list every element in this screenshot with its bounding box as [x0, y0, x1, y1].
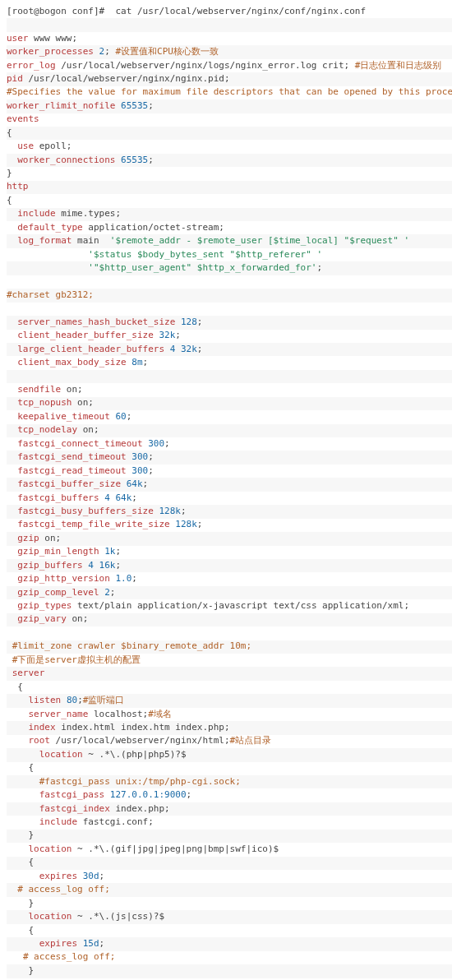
token-plain: [root@bogon conf]# cat /usr/local/webser…	[7, 6, 366, 16]
token-kw: gzip_types	[17, 600, 71, 611]
token-plain: ;	[197, 344, 203, 354]
token-plain: ;	[104, 46, 115, 57]
token-plain: }	[7, 898, 34, 908]
token-plain: www www;	[29, 33, 78, 44]
token-plain: index.html index.htm index.php;	[56, 722, 230, 733]
token-plain: {	[7, 762, 34, 773]
token-num: 1.0	[115, 573, 131, 584]
token-plain: main	[71, 235, 109, 246]
token-kw: worker_processes	[7, 46, 94, 57]
token-kw: worker_rlimit_nofile	[7, 100, 115, 111]
token-kw: fastcgi_busy_buffers_size	[17, 506, 154, 516]
token-plain: }	[7, 168, 12, 178]
token-cmt: #charset gb2312;	[7, 289, 94, 300]
code-line: location ~ .*\.(js|css)?$	[7, 910, 452, 923]
token-plain	[7, 141, 17, 151]
token-kw: worker_connections	[17, 155, 115, 165]
token-num: 8m	[131, 357, 142, 368]
code-line: #limit_zone crawler $binary_remote_addr …	[7, 640, 452, 654]
token-plain: ;	[115, 546, 121, 557]
token-plain: localhost;	[88, 709, 148, 719]
code-line: events	[7, 113, 452, 127]
token-kw: server_names_hash_bucket_size	[17, 317, 175, 327]
token-plain	[7, 492, 17, 503]
token-plain	[7, 465, 17, 476]
code-block: [root@bogon conf]# cat /usr/local/webser…	[7, 5, 452, 980]
token-plain	[7, 640, 12, 651]
token-plain	[7, 749, 39, 760]
code-line: #下面是server虚拟主机的配置	[7, 654, 452, 667]
token-plain	[7, 384, 17, 395]
code-line: fastcgi_buffers 4 64k;	[7, 492, 452, 505]
token-plain: ;	[148, 100, 154, 111]
code-line: fastcgi_pass 127.0.0.1:9000;	[7, 788, 452, 802]
token-kw: location	[29, 844, 72, 854]
token-cmt: #监听端口	[83, 695, 125, 705]
token-num: 32k	[181, 344, 197, 354]
code-line: '"$http_user_agent" $http_x_forwarded_fo…	[7, 261, 452, 275]
token-plain	[7, 951, 23, 962]
code-line: {	[7, 762, 452, 775]
token-num: 300	[131, 451, 148, 462]
token-kw: fastcgi_pass	[39, 789, 104, 800]
code-line: }	[7, 830, 452, 843]
token-num: 4	[88, 560, 94, 571]
code-line: worker_connections 65535;	[7, 154, 452, 167]
token-kw: fastcgi_buffer_size	[17, 478, 121, 489]
token-cmt: #域名	[148, 709, 172, 719]
token-kw: fastcgi_read_timeout	[17, 465, 126, 476]
token-plain	[175, 344, 181, 354]
token-plain: on;	[61, 384, 83, 395]
token-kw: tcp_nopush	[17, 397, 71, 408]
code-line: '$status $body_bytes_sent "$http_referer…	[7, 248, 452, 261]
code-line: [root@bogon conf]# cat /usr/local/webser…	[7, 5, 452, 18]
token-kw: location	[39, 749, 83, 760]
token-plain	[7, 884, 17, 894]
token-plain	[7, 438, 17, 449]
token-cmt: # access_log off;	[17, 884, 110, 894]
code-line: index index.html index.htm index.php;	[7, 721, 452, 734]
code-line: {	[7, 857, 452, 870]
code-line: keepalive_timeout 60;	[7, 410, 452, 423]
code-line: }	[7, 964, 452, 978]
code-line: # access_log off;	[7, 951, 452, 964]
token-kw: large_client_header_buffers	[17, 344, 164, 354]
token-num: 128k	[159, 506, 181, 516]
token-num: 65535	[121, 100, 148, 111]
token-kw: sendfile	[17, 384, 61, 395]
token-plain	[7, 155, 17, 165]
token-plain: }	[7, 830, 34, 840]
token-plain: ;	[127, 411, 132, 422]
token-kw: include	[39, 816, 77, 827]
token-plain	[7, 803, 39, 814]
token-plain	[7, 208, 17, 219]
code-line: fastcgi_temp_file_write_size 128k;	[7, 519, 452, 532]
code-line: # access_log off;	[7, 883, 452, 896]
code-line	[7, 626, 452, 640]
token-num: 300	[131, 465, 148, 476]
code-line: }	[7, 897, 452, 910]
token-plain	[94, 560, 99, 571]
token-plain	[7, 695, 29, 705]
token-plain: {	[7, 682, 23, 692]
token-kw: fastcgi_connect_timeout	[17, 438, 142, 449]
token-plain: ;	[187, 789, 192, 800]
code-line: fastcgi_busy_buffers_size 128k;	[7, 505, 452, 518]
token-kw: server_name	[29, 709, 89, 719]
token-plain	[7, 478, 17, 489]
token-kw: gzip_buffers	[17, 560, 82, 571]
code-line	[7, 275, 452, 289]
token-kw: fastcgi_index	[39, 803, 110, 814]
token-kw: client_max_body_size	[17, 357, 126, 368]
token-plain: ;	[99, 938, 105, 949]
token-plain	[7, 816, 39, 827]
code-line: }	[7, 167, 452, 180]
token-plain: ;	[148, 465, 154, 476]
token-num: 1k	[104, 546, 115, 557]
token-kw: gzip_http_version	[17, 573, 110, 584]
token-plain: ;	[77, 695, 83, 705]
token-plain: ;	[115, 560, 121, 571]
token-plain: on;	[67, 613, 89, 624]
code-line: listen 80;#监听端口	[7, 694, 452, 707]
token-plain: text/plain application/x-javascript text…	[71, 600, 409, 611]
